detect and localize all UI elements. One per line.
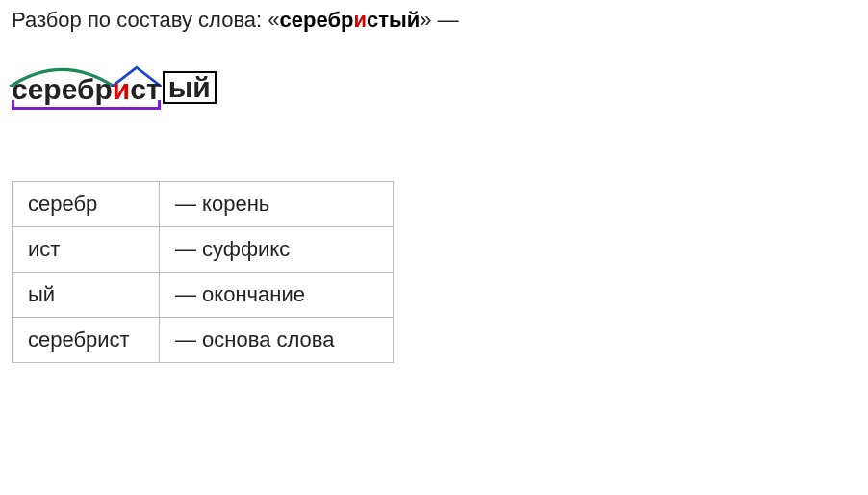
- morpheme-part: серебр: [13, 182, 160, 227]
- title-close: » —: [420, 8, 458, 32]
- morpheme-label: — основа слова: [160, 318, 394, 363]
- title-word: серебристый: [280, 8, 421, 32]
- page-title: Разбор по составу слова: «серебристый» —: [12, 8, 856, 33]
- segment-ending: ый: [161, 71, 217, 104]
- table-row: серебр — корень: [13, 182, 394, 227]
- title-word-post: стый: [367, 8, 420, 32]
- morpheme-label: — корень: [160, 182, 394, 227]
- suffix-post: ст: [130, 73, 160, 105]
- morpheme-part: серебрист: [13, 318, 160, 363]
- morpheme-label: — суффикс: [160, 227, 394, 273]
- table-row: ист — суффикс: [13, 227, 394, 273]
- morpheme-table: серебр — корень ист — суффикс ый — оконч…: [12, 181, 394, 363]
- segment-root: серебр: [12, 75, 113, 104]
- ending-text: ый: [168, 71, 211, 103]
- suffix-text: ист: [113, 73, 161, 105]
- title-word-highlight: и: [353, 8, 367, 32]
- suffix-i: и: [113, 73, 130, 105]
- morpheme-part: ист: [13, 227, 160, 273]
- morpheme-label: — окончание: [160, 273, 394, 318]
- title-word-pre: серебр: [280, 8, 354, 32]
- ending-box: ый: [163, 71, 217, 104]
- root-text: серебр: [12, 73, 113, 105]
- table-row: серебрист — основа слова: [13, 318, 394, 363]
- table-row: ый — окончание: [13, 273, 394, 318]
- segment-suffix: ист: [113, 75, 161, 104]
- title-colon: : «: [256, 8, 279, 32]
- title-prefix: Разбор по составу слова: [12, 8, 256, 32]
- annotated-word: серебр ист ый: [12, 54, 217, 104]
- morpheme-part: ый: [13, 273, 160, 318]
